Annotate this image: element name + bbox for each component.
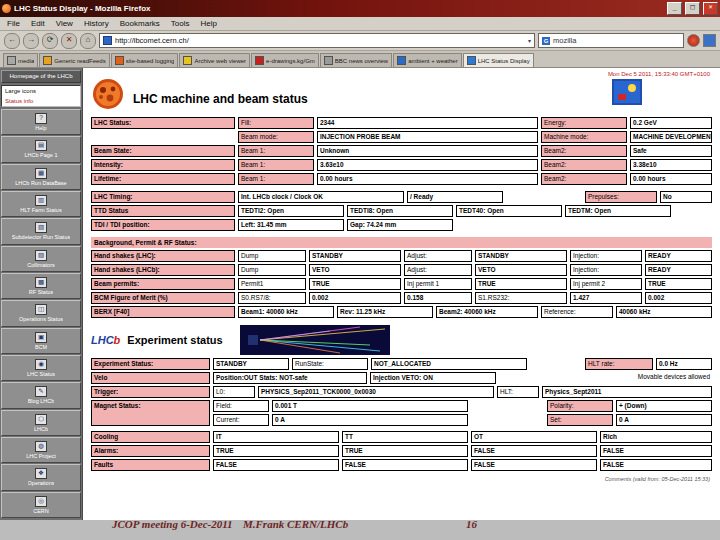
url-input[interactable]: http://lbcomet.cern.ch/	[115, 36, 525, 45]
row-label: BERX [F40]	[91, 306, 235, 318]
tab-bar: media Generic readFeeds site-based loggi…	[0, 51, 720, 68]
menu-item[interactable]: Tools	[170, 19, 191, 28]
velo-note: Movable devices allowed	[636, 372, 712, 384]
value-cell: Injection VETO: ON	[370, 372, 496, 384]
sidebar-item[interactable]: ▨ Collimators	[1, 246, 81, 272]
key-cell: S1.RS232:	[475, 292, 567, 304]
tab[interactable]: Generic readFeeds	[39, 53, 109, 67]
footer-meeting: JCOP meeting 6-Dec-2011	[112, 518, 233, 530]
value-cell: TRUE	[342, 445, 468, 457]
value-cell: 0 A	[272, 414, 468, 426]
value-cell: Position:OUT Stats: NOT-safe	[213, 372, 367, 384]
sidebar-item-label: CERN	[33, 508, 49, 514]
home-button[interactable]: ⌂	[80, 33, 96, 49]
stop-button[interactable]: ✕	[61, 33, 77, 49]
url-dropdown-arrow[interactable]: ▾	[528, 37, 531, 44]
menu-item[interactable]: Help	[199, 19, 217, 28]
close-button[interactable]: ✕	[703, 2, 718, 15]
table-row: Intensity: Beam 1: 3.63e10 Beam2: 3.38e1…	[91, 159, 712, 171]
sidebar-item[interactable]: ▥ HLT Farm Status	[1, 191, 81, 217]
page-favicon	[103, 36, 112, 45]
value-cell: FALSE	[600, 445, 712, 457]
event-display-image	[240, 325, 390, 355]
sidebar-item-label: LHC Project	[26, 453, 56, 459]
sidebar-item[interactable]: ▩ RF Status	[1, 273, 81, 299]
key-cell: Beam mode:	[238, 131, 314, 143]
key-cell: Machine mode:	[541, 131, 627, 143]
tab[interactable]: media	[3, 53, 38, 67]
value-cell: FALSE	[471, 459, 597, 471]
row-label: Hand shakes (LHCb):	[91, 264, 235, 276]
search-input[interactable]: mozilla	[553, 36, 680, 45]
sidebar-item-icon: ✎	[35, 386, 47, 397]
sidebar-item[interactable]: ❖ Operations	[1, 464, 81, 490]
sidebar-nav: ? Help ▤ LHCb Page 1 ▦ LHCb Run DataBase	[1, 109, 81, 518]
sidebar-item-icon: ▩	[35, 277, 47, 288]
search-engine-icon[interactable]: G	[542, 37, 550, 45]
search-bar[interactable]: G mozilla	[538, 33, 684, 48]
value-cell: 0.001 T	[272, 400, 468, 412]
listbox-item[interactable]: Large icons	[2, 86, 80, 96]
adblock-icon[interactable]	[687, 34, 700, 47]
tab[interactable]: site-based logging	[111, 53, 179, 67]
window-titlebar[interactable]: LHC Status Display - Mozilla Firefox _ □…	[0, 0, 720, 17]
url-bar[interactable]: http://lbcomet.cern.ch/ ▾	[99, 33, 535, 48]
column-header: TT	[342, 431, 468, 443]
value-cell: 3.63e10	[317, 159, 538, 171]
value-cell: STANDBY	[475, 250, 567, 262]
value-cell: No	[660, 191, 712, 203]
forward-button[interactable]: →	[23, 33, 39, 49]
menu-item[interactable]: Bookmarks	[119, 19, 161, 28]
tab[interactable]: BBC news overview	[320, 53, 392, 67]
sidebar-item[interactable]: ✎ Blog LHCb	[1, 382, 81, 408]
menu-item[interactable]: History	[83, 19, 110, 28]
tab-active[interactable]: LHC Status Display	[463, 53, 534, 67]
value-cell: Rev: 11.25 kHz	[337, 306, 433, 318]
maximize-button[interactable]: □	[685, 2, 700, 15]
sidebar-item[interactable]: ▤ LHCb Page 1	[1, 136, 81, 162]
value-cell: Beam2: 40060 kHz	[436, 306, 538, 318]
handshake-table: Hand shakes (LHC): Dump STANDBY Adjust: …	[91, 250, 712, 290]
sidebar-item[interactable]: ▣ BCM	[1, 328, 81, 354]
key-cell: Reference:	[541, 306, 613, 318]
value-cell: PHYSICS_Sep2011_TCK0000_0x0030	[258, 386, 494, 398]
row-label: Trigger:	[91, 386, 210, 398]
key-cell: Beam2:	[541, 145, 627, 157]
menu-item[interactable]: View	[55, 19, 74, 28]
sidebar-item[interactable]: ⬡ LHCb	[1, 410, 81, 436]
extension-icon[interactable]	[703, 34, 716, 47]
sidebar-item[interactable]: ◉ LHC Status	[1, 355, 81, 381]
reload-button[interactable]: ⟳	[42, 33, 58, 49]
row-label: Beam State:	[91, 145, 235, 157]
value-cell: TEDT40: Open	[456, 205, 562, 217]
sidebar-item[interactable]: ◍ LHC Project	[1, 437, 81, 463]
menu-item[interactable]: File	[6, 19, 21, 28]
row-label: Alarms:	[91, 445, 210, 457]
sidebar-item[interactable]: ? Help	[1, 109, 81, 135]
key-cell: Inj permit 1	[404, 278, 472, 290]
row-label: BCM Figure of Merit (%)	[91, 292, 235, 304]
sidebar-item-label: LHCb	[34, 426, 48, 432]
tab[interactable]: Archive web viewer	[179, 53, 250, 67]
sidebar-item-icon: ?	[35, 113, 47, 124]
sidebar-item[interactable]: ◫ Operations Status	[1, 300, 81, 326]
key-cell: L0:	[213, 386, 255, 398]
tab[interactable]: ambient + weather	[393, 53, 462, 67]
back-button[interactable]: ←	[4, 33, 20, 49]
footer-author: M.Frank CERN/LHCb	[243, 518, 348, 530]
tab[interactable]: e-drawings.kg/Gm	[251, 53, 319, 67]
bcm-row: BCM Figure of Merit (%) S0.RS7/8: 0.002 …	[91, 292, 712, 304]
sidebar-item[interactable]: ▧ Subdetector Run Status	[1, 218, 81, 244]
menu-bar: FileEditViewHistoryBookmarksToolsHelp	[0, 17, 720, 31]
menu-item[interactable]: Edit	[30, 19, 46, 28]
key-cell: Inj permit 2	[570, 278, 642, 290]
sidebar-item-label: LHCb Run DataBase	[15, 180, 66, 186]
key-cell: Set:	[547, 414, 613, 426]
key-cell: S0.RS7/8:	[238, 292, 306, 304]
value-cell: NOT_ALLOCATED	[371, 358, 527, 370]
sidebar-item[interactable]: ◎ CERN	[1, 492, 81, 518]
listbox-item[interactable]: Status info	[2, 96, 80, 106]
sidebar-item[interactable]: ▦ LHCb Run DataBase	[1, 164, 81, 190]
key-cell: Energy:	[541, 117, 627, 129]
minimize-button[interactable]: _	[667, 2, 682, 15]
